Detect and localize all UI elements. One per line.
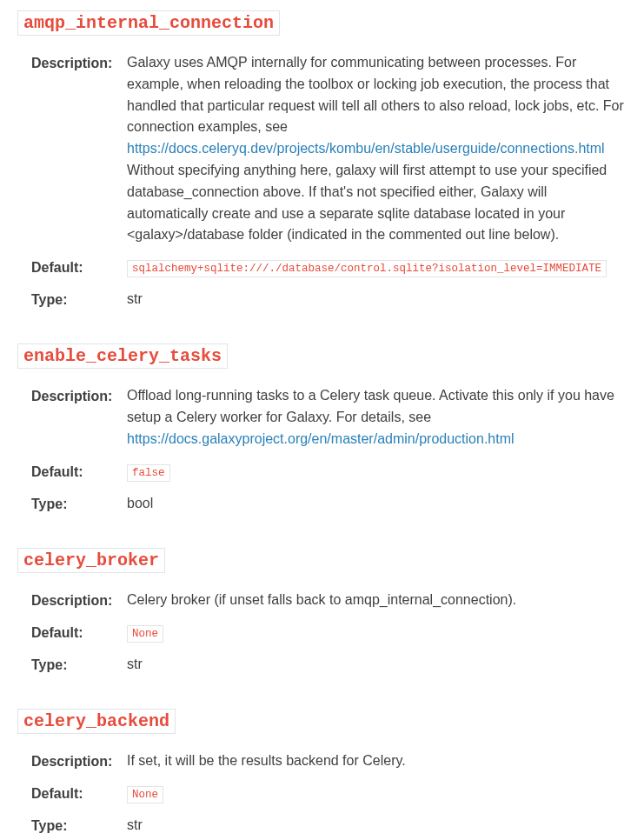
- description-label: Description:: [31, 750, 127, 772]
- type-label: Type:: [31, 815, 127, 837]
- type-row: Type:str: [17, 289, 627, 310]
- description-row: Description:Offload long-running tasks t…: [17, 385, 627, 450]
- config-section-enable_celery_tasks: enable_celery_tasksDescription:Offload l…: [17, 343, 627, 514]
- description-value: Offload long-running tasks to a Celery t…: [127, 385, 627, 450]
- default-value: sqlalchemy+sqlite:///./database/control.…: [127, 257, 627, 278]
- description-value: If set, it will be the results backend f…: [127, 750, 627, 772]
- config-section-celery_backend: celery_backendDescription:If set, it wil…: [17, 709, 627, 837]
- section-heading-code: enable_celery_tasks: [17, 343, 228, 369]
- description-label: Description:: [31, 385, 127, 450]
- description-link[interactable]: https://docs.galaxyproject.org/en/master…: [127, 431, 515, 446]
- section-heading: celery_broker: [17, 548, 627, 574]
- section-heading: enable_celery_tasks: [17, 343, 627, 370]
- section-heading-code: celery_backend: [17, 709, 176, 734]
- default-value: None: [127, 783, 627, 804]
- section-heading: celery_backend: [17, 709, 627, 735]
- section-heading: amqp_internal_connection: [17, 10, 627, 37]
- description-text-post: Without specifying anything here, galaxy…: [127, 163, 607, 242]
- description-row: Description:Galaxy uses AMQP internally …: [17, 52, 627, 246]
- type-value: bool: [127, 493, 627, 515]
- default-code: sqlalchemy+sqlite:///./database/control.…: [127, 260, 607, 277]
- type-row: Type:bool: [17, 493, 627, 515]
- description-row: Description:Celery broker (if unset fall…: [17, 590, 627, 611]
- description-row: Description:If set, it will be the resul…: [17, 750, 627, 772]
- description-label: Description:: [31, 52, 127, 246]
- default-code: None: [127, 625, 163, 643]
- type-label: Type:: [31, 289, 127, 310]
- section-heading-code: celery_broker: [17, 548, 165, 573]
- description-label: Description:: [31, 590, 127, 611]
- type-label: Type:: [31, 654, 127, 676]
- default-value: false: [127, 461, 627, 483]
- type-row: Type:str: [17, 815, 627, 837]
- type-value: str: [127, 654, 627, 676]
- default-row: Default:None: [17, 622, 627, 643]
- default-row: Default:sqlalchemy+sqlite:///./database/…: [17, 257, 627, 278]
- default-row: Default:None: [17, 783, 627, 804]
- type-value: str: [127, 815, 627, 837]
- default-label: Default:: [31, 783, 127, 804]
- description-value: Celery broker (if unset falls back to am…: [127, 590, 627, 611]
- type-label: Type:: [31, 493, 127, 515]
- default-row: Default:false: [17, 461, 627, 483]
- default-code: false: [127, 464, 170, 482]
- description-text-pre: Celery broker (if unset falls back to am…: [127, 592, 516, 607]
- type-value: str: [127, 289, 627, 310]
- default-value: None: [127, 622, 627, 643]
- config-section-celery_broker: celery_brokerDescription:Celery broker (…: [17, 548, 627, 676]
- default-label: Default:: [31, 257, 127, 278]
- description-text-pre: Galaxy uses AMQP internally for communic…: [127, 55, 624, 134]
- description-value: Galaxy uses AMQP internally for communic…: [127, 52, 627, 246]
- description-link[interactable]: https://docs.celeryq.dev/projects/kombu/…: [127, 141, 605, 156]
- description-text-pre: Offload long-running tasks to a Celery t…: [127, 388, 614, 424]
- type-row: Type:str: [17, 654, 627, 676]
- default-label: Default:: [31, 461, 127, 483]
- section-heading-code: amqp_internal_connection: [17, 10, 280, 36]
- default-code: None: [127, 786, 163, 803]
- default-label: Default:: [31, 622, 127, 643]
- config-section-amqp_internal_connection: amqp_internal_connectionDescription:Gala…: [17, 10, 627, 310]
- description-text-pre: If set, it will be the results backend f…: [127, 753, 406, 768]
